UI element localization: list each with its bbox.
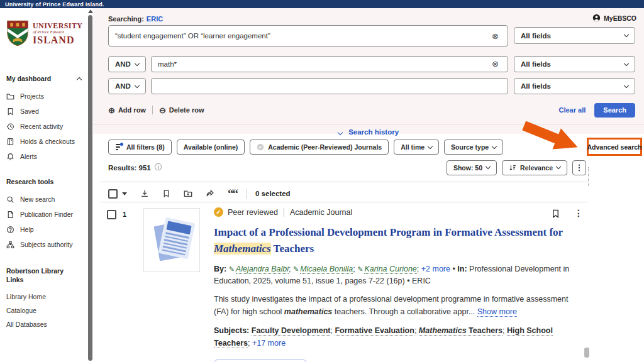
clear-input-2-icon[interactable]: ⊗ bbox=[492, 59, 499, 69]
search-input-2[interactable] bbox=[151, 56, 508, 72]
highlighted-term: Mathematics bbox=[214, 243, 271, 255]
clear-input-1-icon[interactable]: ⊗ bbox=[492, 31, 499, 41]
chevron-down-icon bbox=[135, 60, 140, 65]
show-per-page-select[interactable]: Show: 50 bbox=[447, 160, 497, 175]
operator-select-3[interactable]: AND bbox=[108, 78, 146, 94]
advanced-search-link[interactable]: Advanced search bbox=[587, 138, 642, 156]
sidebar-scrollbar[interactable] bbox=[87, 9, 93, 362]
subject-link[interactable]: Mathematics Teachers bbox=[419, 326, 502, 336]
peer-reviewed-label: Peer reviewed bbox=[228, 208, 278, 217]
results-count: Results: 951 bbox=[108, 164, 151, 172]
sidebar-link-catalogue[interactable]: Catalogue bbox=[6, 304, 81, 317]
cite-icon[interactable]: ““ bbox=[228, 190, 237, 197]
document-icon bbox=[6, 211, 14, 219]
book-icon bbox=[6, 138, 14, 146]
result-item: 1 ⋮ ✓ Peer reviewed Academic Journal Imp… bbox=[93, 205, 644, 362]
sidebar-item-holds-checkouts[interactable]: Holds & checkouts bbox=[6, 134, 81, 149]
author-link[interactable]: Karina Curione bbox=[364, 265, 416, 274]
sidebar-item-help[interactable]: Help bbox=[6, 222, 81, 237]
chevron-down-icon bbox=[624, 32, 629, 37]
chevron-down-icon bbox=[492, 143, 497, 148]
subject-link[interactable]: Formative Evaluation bbox=[335, 326, 414, 336]
filter-source-type[interactable]: Source type bbox=[444, 140, 503, 155]
delete-row-button[interactable]: ⊖ Delete row bbox=[159, 106, 204, 115]
myebsco-button[interactable]: MyEBSCO bbox=[592, 14, 636, 22]
add-to-folder-icon[interactable] bbox=[184, 189, 192, 198]
author-pen-icon: ✎ bbox=[229, 265, 235, 273]
select-all-checkbox[interactable] bbox=[108, 189, 118, 199]
sidebar-item-saved[interactable]: Saved bbox=[6, 104, 81, 119]
sort-select[interactable]: Relevance bbox=[502, 160, 567, 175]
scrollbar-up-arrow[interactable] bbox=[88, 9, 93, 13]
chevron-up-icon bbox=[77, 77, 82, 82]
result-subjects: Subjects: Faculty Development; Formative… bbox=[214, 324, 585, 349]
chevron-down-icon bbox=[338, 130, 343, 135]
minus-circle-icon: ⊖ bbox=[159, 106, 166, 115]
plus-circle-icon: ⊕ bbox=[108, 106, 115, 115]
more-subjects-link[interactable]: +17 more bbox=[252, 339, 286, 348]
sidebar-header-research-tools: Research tools bbox=[6, 178, 81, 185]
chevron-down-icon bbox=[428, 143, 433, 148]
select-menu-caret-icon[interactable] bbox=[122, 192, 127, 195]
result-checkbox[interactable] bbox=[107, 210, 116, 219]
download-icon[interactable] bbox=[140, 189, 149, 198]
chevron-down-icon bbox=[486, 164, 491, 169]
field-select-2[interactable]: All fields bbox=[514, 56, 635, 72]
sidebar-header-dashboard[interactable]: My dashboard bbox=[6, 75, 81, 82]
access-options-button[interactable]: Access options bbox=[214, 359, 307, 362]
sidebar-item-publication-finder[interactable]: Publication Finder bbox=[6, 207, 81, 222]
sidebar-link-library-home[interactable]: Library Home bbox=[6, 290, 81, 304]
results-overflow-menu[interactable]: ⋮ bbox=[572, 160, 586, 175]
sidebar-item-new-search[interactable]: New search bbox=[6, 192, 81, 207]
results-scrollbar-thumb[interactable] bbox=[584, 348, 589, 358]
folder-icon bbox=[6, 92, 14, 101]
hierarchy-icon bbox=[6, 241, 14, 249]
filter-available-online[interactable]: Available (online) bbox=[177, 140, 245, 155]
bookmark-icon[interactable] bbox=[162, 189, 170, 198]
search-input-3[interactable] bbox=[151, 78, 508, 94]
filter-peer-reviewed[interactable]: Academic (Peer-Reviewed) Journals bbox=[250, 140, 389, 155]
logo-line1: UNIVERSITY bbox=[33, 22, 82, 30]
field-select-1[interactable]: All fields bbox=[514, 27, 635, 44]
author-link[interactable]: Alejandra Balbi bbox=[236, 265, 289, 274]
sidebar-item-projects[interactable]: Projects bbox=[6, 89, 81, 104]
sidebar-link-all-databases[interactable]: All Databases bbox=[6, 317, 81, 331]
subject-link[interactable]: Faculty Development bbox=[252, 326, 331, 336]
show-more-link[interactable]: Show more bbox=[477, 307, 517, 317]
operator-select-2[interactable]: AND bbox=[108, 56, 146, 72]
author-link[interactable]: Micaela Bonilla bbox=[300, 265, 353, 274]
search-button[interactable]: Search bbox=[594, 103, 635, 118]
result-bookmark-icon[interactable] bbox=[551, 209, 560, 219]
bookmark-icon bbox=[6, 107, 14, 116]
searching-line: Searching:ERIC bbox=[108, 15, 163, 23]
paper-front-illustration bbox=[158, 217, 195, 260]
search-input-1[interactable] bbox=[108, 25, 508, 47]
source-type-label: Academic Journal bbox=[290, 208, 352, 217]
check-circle-icon bbox=[257, 143, 264, 151]
sort-icon bbox=[509, 164, 516, 172]
sidebar-item-alerts[interactable]: Alerts bbox=[6, 149, 81, 164]
all-filters-button[interactable]: All filters (8) bbox=[108, 140, 172, 155]
filter-all-time[interactable]: All time bbox=[394, 140, 439, 155]
upei-logo[interactable]: UNIVERSITY of Prince Edward ISLAND bbox=[6, 19, 87, 47]
field-select-3[interactable]: All fields bbox=[514, 78, 635, 94]
database-link[interactable]: ERIC bbox=[147, 15, 163, 23]
sidebar-item-recent-activity[interactable]: Recent activity bbox=[6, 119, 81, 134]
divider bbox=[101, 202, 588, 202]
info-icon[interactable]: ⓘ bbox=[155, 162, 162, 173]
share-icon[interactable] bbox=[206, 189, 214, 198]
add-row-button[interactable]: ⊕ Add row bbox=[108, 106, 146, 115]
filter-icon bbox=[115, 144, 123, 150]
author-pen-icon: ✎ bbox=[293, 265, 299, 273]
more-authors-link[interactable]: +2 more bbox=[421, 265, 450, 273]
result-title-link[interactable]: Impact of a Professional Development Pro… bbox=[214, 224, 566, 258]
result-thumbnail[interactable] bbox=[143, 208, 200, 272]
main-content: Searching:ERIC MyEBSCO ⊗ All fields AND … bbox=[93, 8, 644, 362]
result-overflow-menu[interactable]: ⋮ bbox=[574, 208, 583, 218]
divider bbox=[101, 182, 588, 182]
result-abstract: This study investigates the impact of a … bbox=[214, 293, 585, 318]
scrollbar-thumb[interactable] bbox=[88, 15, 92, 361]
chevron-down-icon bbox=[624, 60, 629, 65]
sidebar-item-subjects-authority[interactable]: Subjects authority bbox=[6, 237, 81, 252]
filter-active-dot bbox=[120, 143, 123, 146]
